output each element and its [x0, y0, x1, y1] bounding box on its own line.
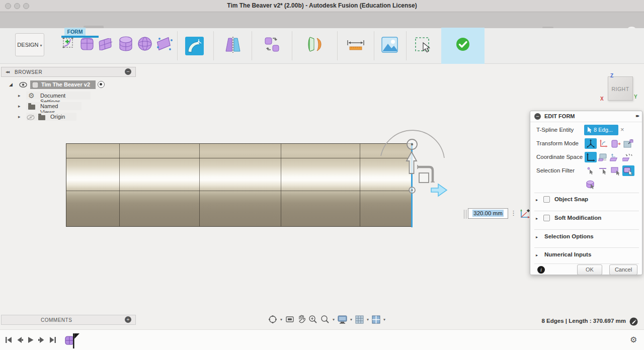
viewports-caret[interactable]: ▾ — [383, 317, 385, 322]
viewport-canvas[interactable]: ◀◀ BROWSER − ◢ Tim The Beaver v2 ▸ ⚙ Doc… — [0, 64, 644, 329]
grid-settings-icon[interactable] — [355, 315, 364, 324]
plane-drag-handle[interactable] — [419, 173, 429, 183]
expand-open-icon[interactable]: ◢ — [9, 82, 13, 87]
insert-tool-icon[interactable] — [381, 37, 398, 53]
ok-button[interactable]: OK — [577, 265, 602, 275]
filter-edge-tile[interactable] — [597, 165, 609, 176]
coordinate-selection-tile[interactable] — [622, 152, 634, 162]
dialog-collapse-icon[interactable]: − — [534, 113, 541, 120]
tspline-grid-line[interactable] — [66, 158, 412, 158]
comments-panel-header[interactable]: COMMENTS + — [1, 315, 136, 325]
soft-modification-checkbox[interactable] — [543, 215, 550, 221]
manipulator-toggle-icon[interactable] — [519, 208, 530, 219]
create-cylinder-icon[interactable] — [118, 36, 134, 52]
tspline-grid-line[interactable] — [66, 191, 412, 191]
browser-item-label[interactable]: Origin — [50, 114, 65, 120]
expand-closed-icon[interactable]: ▸ — [18, 114, 21, 119]
transform-scale-tile[interactable] — [610, 138, 622, 149]
fit-icon[interactable] — [320, 315, 330, 324]
object-snap-label[interactable]: Object Snap — [554, 196, 588, 202]
timeline-position-marker[interactable] — [72, 332, 80, 349]
browser-collapse-icon[interactable]: ◀◀ — [6, 70, 9, 73]
browser-root-label[interactable]: Tim The Beaver v2 — [41, 81, 90, 88]
manipulator[interactable] — [372, 127, 458, 202]
grid-caret[interactable]: ▾ — [367, 317, 369, 322]
create-box-icon[interactable] — [79, 36, 96, 52]
inspect-tool-icon[interactable] — [347, 39, 365, 51]
symmetry-tool-icon[interactable] — [223, 36, 243, 53]
numerical-inputs-expand-icon[interactable]: ▸ — [536, 253, 538, 257]
translate-up-arrow[interactable] — [407, 152, 417, 173]
tspline-grid-line[interactable] — [119, 144, 120, 226]
coordinate-local-tile[interactable] — [610, 152, 622, 162]
filter-tspline-body-tile[interactable] — [585, 179, 597, 190]
create-sketch-icon[interactable] — [62, 37, 75, 50]
activate-radio-button[interactable] — [98, 81, 105, 88]
look-at-icon[interactable] — [285, 315, 294, 323]
utilities-tool-icon[interactable] — [264, 36, 281, 53]
orbit-caret[interactable]: ▾ — [280, 317, 282, 322]
fit-caret[interactable]: ▾ — [333, 317, 335, 322]
numerical-inputs-label[interactable]: Numerical Inputs — [544, 251, 591, 257]
pan-icon[interactable] — [297, 315, 305, 324]
cancel-button[interactable]: Cancel — [609, 265, 637, 275]
filter-body-tile[interactable] — [622, 165, 634, 176]
browser-minimize-icon[interactable]: − — [125, 68, 131, 75]
transform-uniform-scale-tile[interactable] — [622, 138, 634, 149]
tspline-entity-selection-button[interactable]: 8 Edg... — [584, 125, 618, 135]
viewports-icon[interactable] — [372, 315, 380, 324]
visibility-eye-icon[interactable] — [19, 82, 27, 88]
transform-rotate-tile[interactable] — [597, 138, 609, 149]
timeline-step-forward-icon[interactable] — [38, 336, 45, 343]
create-face-icon[interactable] — [156, 36, 174, 51]
soft-modification-label[interactable]: Soft Modification — [554, 215, 601, 221]
clear-selection-icon[interactable]: × — [620, 126, 624, 133]
timeline-settings-gear-icon[interactable]: ⚙ — [630, 335, 637, 344]
filter-vertex-tile[interactable] — [585, 165, 597, 176]
translate-right-arrow[interactable] — [431, 184, 447, 196]
coordinate-world-tile[interactable] — [585, 152, 597, 162]
add-comment-icon[interactable]: + — [125, 316, 131, 323]
orbit-icon[interactable] — [268, 315, 277, 324]
display-settings-icon[interactable] — [338, 315, 347, 324]
edit-form-tool-icon[interactable] — [185, 37, 204, 55]
dimension-input[interactable]: 320.00 mm — [468, 208, 508, 219]
timeline-go-to-start-icon[interactable] — [5, 336, 12, 343]
browser-root-row[interactable]: ◢ Tim The Beaver v2 — [0, 80, 136, 89]
finish-form-button[interactable]: FINISH FORM ▾ — [441, 28, 485, 64]
object-snap-checkbox[interactable] — [543, 196, 550, 203]
dialog-header[interactable]: − EDIT FORM ▸▸ — [530, 111, 642, 122]
create-plane-icon[interactable] — [99, 38, 115, 50]
dialog-detach-icon[interactable]: ▸▸ — [636, 113, 638, 118]
zoom-icon[interactable] — [308, 315, 317, 324]
info-icon[interactable]: i — [537, 266, 545, 274]
workspace-switcher[interactable]: DESIGN ▾ — [15, 33, 44, 56]
timeline-play-icon[interactable] — [27, 336, 34, 343]
visibility-off-eye-icon[interactable] — [27, 115, 35, 120]
construct-tool-icon[interactable] — [306, 35, 324, 53]
create-sphere-icon[interactable] — [137, 36, 152, 51]
expand-closed-icon[interactable]: ▸ — [18, 93, 21, 98]
dimension-options-icon[interactable]: ⋮ — [510, 209, 517, 217]
coordinate-view-tile[interactable] — [597, 152, 609, 162]
selection-options-label[interactable]: Selection Options — [544, 233, 594, 239]
transform-translate-tile[interactable] — [585, 138, 597, 149]
dimension-grip[interactable] — [464, 210, 466, 219]
form-context-tab[interactable]: FORM — [64, 28, 86, 36]
tspline-grid-line[interactable] — [281, 144, 281, 226]
tspline-grid-line[interactable] — [360, 144, 360, 226]
feedback-icon[interactable] — [629, 317, 638, 326]
tspline-grid-line[interactable] — [199, 144, 200, 226]
display-caret[interactable]: ▾ — [350, 317, 352, 322]
timeline-step-back-icon[interactable] — [16, 336, 23, 343]
timeline-go-to-end-icon[interactable] — [49, 336, 56, 343]
selection-options-expand-icon[interactable]: ▸ — [536, 235, 538, 239]
object-snap-expand-icon[interactable]: ▸ — [536, 198, 538, 202]
expand-closed-icon[interactable]: ▸ — [18, 104, 21, 109]
filter-face-tile[interactable] — [610, 165, 622, 176]
soft-modification-expand-icon[interactable]: ▸ — [536, 216, 538, 221]
mouse-cursor — [423, 42, 430, 53]
viewcube-face-label[interactable]: RIGHT — [611, 86, 629, 92]
tspline-body[interactable] — [66, 143, 412, 227]
viewcube[interactable]: RIGHT — [608, 76, 633, 101]
